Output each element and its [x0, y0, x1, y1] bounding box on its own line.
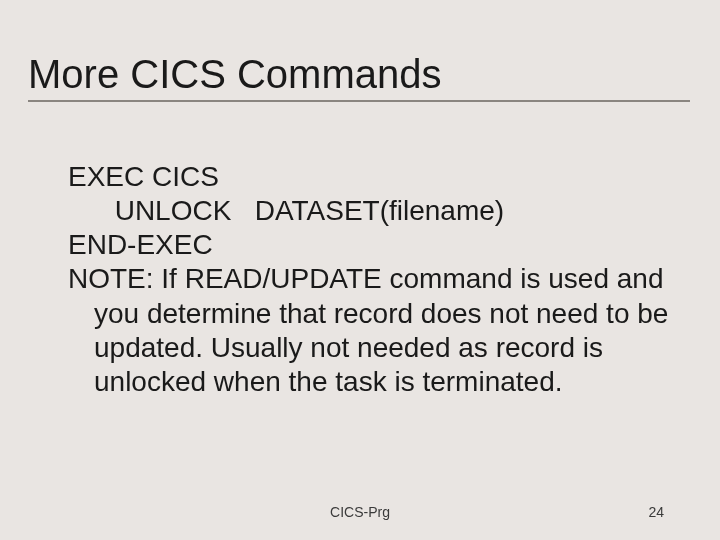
- code-line-3: END-EXEC: [68, 228, 670, 262]
- code-line-2: UNLOCK DATASET(filename): [68, 194, 670, 228]
- slide-body: EXEC CICS UNLOCK DATASET(filename) END-E…: [68, 160, 670, 399]
- note-paragraph: NOTE: If READ/UPDATE command is used and…: [68, 262, 670, 399]
- footer-page-number: 24: [648, 504, 664, 520]
- slide: More CICS Commands EXEC CICS UNLOCK DATA…: [0, 0, 720, 540]
- footer-center: CICS-Prg: [0, 504, 720, 520]
- slide-title: More CICS Commands: [28, 52, 690, 96]
- title-rule: More CICS Commands: [28, 52, 690, 102]
- code-line-1: EXEC CICS: [68, 160, 670, 194]
